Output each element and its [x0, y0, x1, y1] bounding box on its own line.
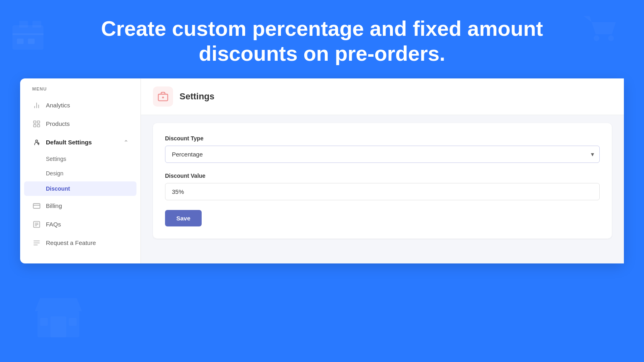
svg-rect-15: [37, 124, 40, 127]
svg-rect-14: [34, 124, 36, 127]
billing-label: Billing: [46, 202, 62, 209]
content-area: Settings Discount Type Percentage Fixed …: [141, 78, 624, 263]
analytics-icon: [32, 101, 41, 110]
sidebar-item-default-settings[interactable]: Default Settings ⌃: [20, 133, 140, 152]
analytics-label: Analytics: [46, 102, 70, 109]
faqs-label: FAQs: [46, 221, 61, 228]
sidebar-item-billing[interactable]: Billing: [20, 197, 140, 215]
chevron-up-icon: ⌃: [124, 139, 128, 146]
settings-label: Settings: [46, 156, 66, 162]
faqs-icon: [32, 220, 41, 229]
request-feature-label: Request a Feature: [46, 239, 96, 246]
svg-point-16: [36, 140, 38, 142]
svg-rect-11: [69, 318, 77, 326]
sub-nav: Settings Design Discount: [20, 152, 140, 196]
bg-icon-bottomleft: [32, 288, 85, 350]
discount-value-label: Discount Value: [165, 173, 600, 179]
products-label: Products: [46, 120, 70, 127]
sidebar-item-settings[interactable]: Settings: [20, 152, 140, 166]
billing-icon: [32, 202, 41, 210]
page-header: Settings: [141, 78, 624, 115]
discount-label: Discount: [46, 185, 70, 192]
discount-type-group: Discount Type Percentage Fixed Amount: [165, 135, 600, 163]
default-settings-icon: [32, 138, 41, 147]
sidebar-item-analytics[interactable]: Analytics: [20, 96, 140, 115]
svg-rect-10: [40, 318, 48, 326]
discount-value-group: Discount Value: [165, 173, 600, 200]
page-title: Settings: [180, 91, 215, 102]
products-icon: [32, 119, 41, 128]
sidebar-item-products[interactable]: Products: [20, 115, 140, 133]
request-feature-icon: [32, 239, 41, 247]
sidebar-item-request-feature[interactable]: Request a Feature: [20, 234, 140, 252]
hero-line1: Create custom percentage and fixed amoun…: [101, 17, 543, 40]
svg-rect-18: [33, 204, 40, 208]
svg-rect-12: [34, 121, 36, 123]
save-button[interactable]: Save: [165, 210, 202, 226]
main-card: MENU Analytics Products: [20, 78, 624, 263]
design-label: Design: [46, 170, 64, 177]
discount-type-label: Discount Type: [165, 135, 600, 142]
sidebar: MENU Analytics Products: [20, 78, 141, 263]
form-card: Discount Type Percentage Fixed Amount Di…: [153, 123, 612, 239]
page-header-icon: [153, 86, 173, 107]
menu-label: MENU: [20, 86, 140, 96]
svg-rect-13: [37, 121, 40, 123]
svg-rect-9: [51, 317, 66, 337]
discount-type-select-wrapper: Percentage Fixed Amount: [165, 146, 600, 163]
sidebar-item-discount[interactable]: Discount: [24, 181, 136, 196]
sidebar-item-faqs[interactable]: FAQs: [20, 215, 140, 234]
sidebar-item-design[interactable]: Design: [20, 166, 140, 181]
default-settings-label: Default Settings: [46, 139, 92, 146]
hero-section: Create custom percentage and fixed amoun…: [0, 0, 644, 78]
discount-value-input[interactable]: [165, 183, 600, 200]
discount-type-select[interactable]: Percentage Fixed Amount: [165, 146, 600, 163]
hero-line2: discounts on pre-orders.: [199, 42, 446, 65]
